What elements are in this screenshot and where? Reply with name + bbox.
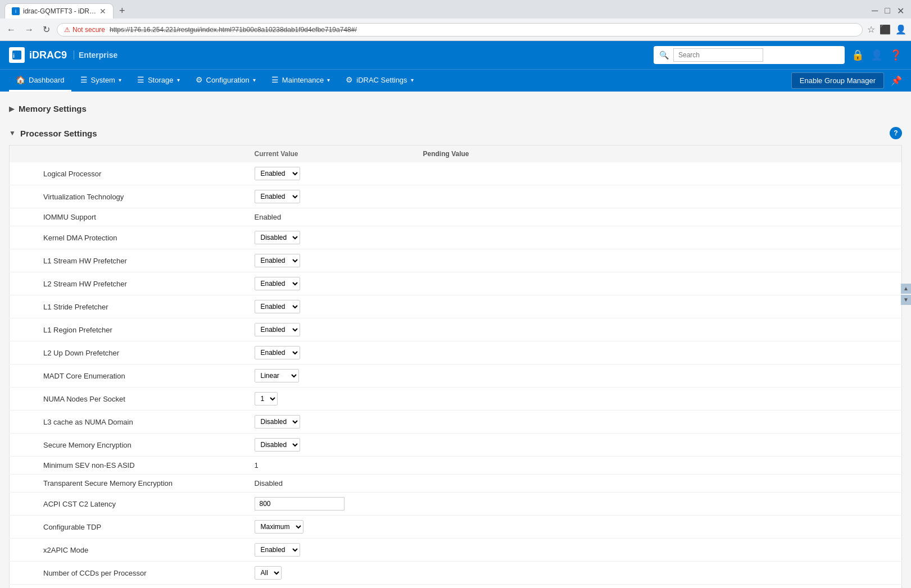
- select-12[interactable]: DisabledEnabled: [255, 438, 300, 452]
- row-label-14: Transparent Secure Memory Encryption: [10, 475, 246, 493]
- select-9[interactable]: LinearPhysical: [255, 369, 299, 382]
- select-1[interactable]: EnabledDisabled: [255, 190, 300, 203]
- select-small-10[interactable]: 124: [255, 392, 278, 405]
- select-5[interactable]: EnabledDisabled: [255, 277, 300, 290]
- url-bar[interactable]: ⚠ Not secure https://176.16.254.221/rest…: [57, 23, 863, 37]
- browser-chrome: i idrac-GQMTFT3 - iDRAC9 - Co... ✕ + ─ □…: [0, 0, 911, 41]
- row-label-15: ACPI CST C2 Latency: [10, 493, 246, 516]
- scroll-down-button[interactable]: ▼: [901, 295, 911, 305]
- nav-item-storage[interactable]: ☰ Storage ▾: [130, 70, 187, 92]
- table-row: Number of Cores per CCDAll12: [10, 585, 902, 589]
- ikmedia-icon[interactable]: 🔒: [851, 49, 864, 61]
- row-label-5: L2 Stream HW Prefetcher: [10, 272, 246, 295]
- row-pending-value-7: [414, 318, 902, 341]
- select-11[interactable]: DisabledEnabled: [255, 415, 300, 429]
- select-3[interactable]: DisabledEnabled: [255, 231, 300, 244]
- table-row: NUMA Nodes Per Socket124: [10, 388, 902, 411]
- window-controls: ─ □ ✕: [869, 6, 907, 16]
- row-current-value-7[interactable]: EnabledDisabled: [246, 318, 414, 341]
- enable-group-manager-button[interactable]: Enable Group Manager: [791, 72, 884, 89]
- processor-help-icon[interactable]: ?: [890, 127, 902, 139]
- select-4[interactable]: EnabledDisabled: [255, 254, 300, 267]
- row-current-value-17[interactable]: EnabledDisabled: [246, 539, 414, 562]
- close-tab-button[interactable]: ✕: [99, 7, 106, 15]
- back-button[interactable]: ←: [4, 22, 18, 37]
- row-current-value-10[interactable]: 124: [246, 388, 414, 411]
- select-8[interactable]: EnabledDisabled: [255, 346, 300, 359]
- header-actions: 🔒 👤 ❓: [851, 49, 902, 61]
- processor-chevron-icon: ▼: [9, 129, 16, 137]
- row-current-value-4[interactable]: EnabledDisabled: [246, 249, 414, 272]
- row-current-value-8[interactable]: EnabledDisabled: [246, 341, 414, 364]
- memory-settings-section[interactable]: ▶ Memory Settings: [9, 98, 902, 119]
- select-7[interactable]: EnabledDisabled: [255, 323, 300, 336]
- table-row: MADT Core EnumerationLinearPhysical: [10, 364, 902, 388]
- row-label-4: L1 Stream HW Prefetcher: [10, 249, 246, 272]
- row-current-value-1[interactable]: EnabledDisabled: [246, 185, 414, 208]
- row-pending-value-10: [414, 388, 902, 411]
- row-label-9: MADT Core Enumeration: [10, 364, 246, 388]
- nav-label-maintenance: Maintenance: [282, 76, 324, 84]
- row-pending-value-0: [414, 162, 902, 185]
- profile-icon[interactable]: 👤: [895, 24, 907, 35]
- table-row: Virtualization TechnologyEnabledDisabled: [10, 185, 902, 208]
- nav-item-system[interactable]: ☰ System ▾: [74, 70, 128, 92]
- maintenance-chevron-icon: ▾: [327, 77, 330, 83]
- idrac-logo: i iDRAC9 Enterprise: [9, 47, 117, 63]
- row-pending-value-13: [414, 457, 902, 475]
- static-value-13: 1: [255, 461, 259, 470]
- col-pending-value-header: Pending Value: [414, 145, 902, 163]
- row-current-value-0[interactable]: EnabledDisabled: [246, 162, 414, 185]
- new-tab-button[interactable]: +: [116, 5, 129, 17]
- select-small-18[interactable]: All12: [255, 566, 282, 580]
- select-0[interactable]: EnabledDisabled: [255, 167, 300, 180]
- close-window-button[interactable]: ✕: [895, 6, 907, 16]
- select-16[interactable]: MaximumMinimumNominal: [255, 520, 303, 534]
- row-current-value-2: Enabled: [246, 208, 414, 226]
- table-row: Transparent Secure Memory EncryptionDisa…: [10, 475, 902, 493]
- browser-tab[interactable]: i idrac-GQMTFT3 - iDRAC9 - Co... ✕: [4, 3, 114, 19]
- browser-toolbar-icons: ☆ ⬛ 👤: [867, 24, 907, 35]
- table-row: L2 Stream HW PrefetcherEnabledDisabled: [10, 272, 902, 295]
- row-current-value-15[interactable]: [246, 493, 414, 516]
- help-icon[interactable]: ❓: [890, 49, 902, 61]
- pin-icon[interactable]: 📌: [891, 75, 902, 86]
- row-label-6: L1 Stride Prefetcher: [10, 295, 246, 318]
- refresh-button[interactable]: ↻: [40, 22, 52, 37]
- row-current-value-6[interactable]: EnabledDisabled: [246, 295, 414, 318]
- row-current-value-11[interactable]: DisabledEnabled: [246, 411, 414, 434]
- nav-item-configuration[interactable]: ⚙ Configuration ▾: [189, 70, 262, 92]
- row-current-value-3[interactable]: DisabledEnabled: [246, 226, 414, 249]
- forward-button[interactable]: →: [22, 22, 36, 37]
- nav-item-maintenance[interactable]: ☰ Maintenance ▾: [265, 70, 337, 92]
- tab-title: idrac-GQMTFT3 - iDRAC9 - Co...: [23, 7, 96, 15]
- row-current-value-18[interactable]: All12: [246, 562, 414, 585]
- nav-item-idrac-settings[interactable]: ⚙ iDRAC Settings ▾: [339, 70, 420, 92]
- table-row: x2APIC ModeEnabledDisabled: [10, 539, 902, 562]
- processor-settings-table: Current Value Pending Value Logical Proc…: [9, 145, 902, 588]
- bookmark-icon[interactable]: ☆: [867, 24, 875, 35]
- row-current-value-12[interactable]: DisabledEnabled: [246, 434, 414, 457]
- row-pending-value-16: [414, 516, 902, 539]
- row-current-value-19[interactable]: All12: [246, 585, 414, 589]
- scroll-up-button[interactable]: ▲: [901, 284, 911, 294]
- minimize-button[interactable]: ─: [869, 6, 880, 16]
- row-current-value-14: Disabled: [246, 475, 414, 493]
- system-icon: ☰: [80, 75, 88, 84]
- nav-item-dashboard[interactable]: 🏠 Dashboard: [9, 70, 71, 92]
- row-pending-value-17: [414, 539, 902, 562]
- maximize-button[interactable]: □: [882, 6, 892, 16]
- row-current-value-16[interactable]: MaximumMinimumNominal: [246, 516, 414, 539]
- search-input[interactable]: [673, 48, 763, 62]
- dashboard-icon: 🏠: [16, 75, 25, 84]
- user-icon[interactable]: 👤: [871, 49, 883, 61]
- input-15[interactable]: [255, 497, 345, 510]
- table-row: Minimum SEV non-ES ASID1: [10, 457, 902, 475]
- logo-icon: i: [9, 47, 25, 63]
- row-current-value-9[interactable]: LinearPhysical: [246, 364, 414, 388]
- select-17[interactable]: EnabledDisabled: [255, 543, 300, 557]
- select-6[interactable]: EnabledDisabled: [255, 300, 300, 313]
- row-current-value-5[interactable]: EnabledDisabled: [246, 272, 414, 295]
- processor-settings-header[interactable]: ▼ Processor Settings ?: [9, 121, 902, 145]
- extensions-icon[interactable]: ⬛: [880, 24, 891, 35]
